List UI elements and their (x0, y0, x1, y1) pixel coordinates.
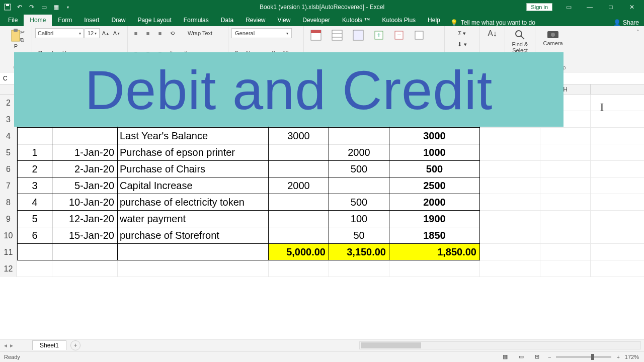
cell[interactable] (329, 128, 389, 144)
tab-file[interactable]: File (2, 15, 24, 26)
tab-kutools-[interactable]: Kutools ™ (336, 15, 376, 26)
cell[interactable]: 500 (329, 194, 389, 211)
tab-kutools-plus[interactable]: Kutools Plus (376, 15, 422, 26)
find-select-button[interactable]: Find & Select (509, 28, 531, 54)
collapse-ribbon-icon[interactable]: ˄ (634, 28, 642, 36)
cell[interactable]: 500 (389, 161, 480, 177)
cell[interactable]: 2-Jan-20 (52, 161, 118, 177)
cell[interactable] (480, 194, 540, 211)
cell[interactable]: 3 (17, 177, 52, 194)
cell[interactable]: 5,000.00 (269, 244, 329, 260)
cell[interactable]: Purchase of epson printer (118, 144, 269, 161)
cell[interactable]: 2500 (389, 177, 480, 194)
align-top-icon[interactable]: ≡ (131, 28, 141, 38)
cell[interactable]: water payment (118, 211, 269, 227)
page-break-view-icon[interactable]: ⊞ (532, 353, 543, 361)
sheet-nav-prev-icon[interactable]: ◂ (4, 342, 7, 349)
cell[interactable] (389, 260, 480, 277)
cell[interactable]: 5 (17, 211, 52, 227)
cell[interactable] (480, 144, 540, 161)
row-header[interactable]: 11 (0, 244, 17, 260)
cell[interactable] (480, 177, 540, 194)
ribbon-options-icon[interactable]: ▭ (558, 1, 579, 13)
cell[interactable]: 3000 (389, 128, 480, 144)
cell[interactable] (269, 227, 329, 244)
font-size-combo[interactable]: 12▾ (85, 28, 100, 38)
copy-icon[interactable]: ⧉ (20, 37, 25, 43)
sort-filter-button[interactable]: A↓ (485, 28, 500, 39)
row-header[interactable]: 9 (0, 211, 17, 227)
cell[interactable]: 15-Jan-20 (52, 227, 118, 244)
cell[interactable]: 1-Jan-20 (52, 144, 118, 161)
sheet-tab[interactable]: Sheet1 (32, 340, 66, 350)
row-header[interactable]: 5 (0, 144, 17, 161)
tab-home[interactable]: Home (24, 15, 52, 26)
cell[interactable] (269, 144, 329, 161)
cell[interactable] (480, 260, 540, 277)
increase-font-icon[interactable]: A▲ (101, 28, 111, 38)
cell[interactable] (118, 260, 269, 277)
cell[interactable]: 2000 (329, 144, 389, 161)
row-header[interactable]: 7 (0, 177, 17, 194)
number-format-combo[interactable]: General▾ (231, 28, 292, 38)
cell[interactable]: 2000 (269, 177, 329, 194)
cell[interactable] (52, 128, 118, 144)
cell[interactable] (540, 128, 591, 144)
row-header[interactable]: 10 (0, 227, 17, 244)
tab-view[interactable]: View (272, 15, 297, 26)
zoom-out-icon[interactable]: − (548, 354, 551, 360)
page-layout-view-icon[interactable]: ▭ (516, 353, 527, 361)
qat-icon-2[interactable]: ▦ (51, 3, 60, 12)
sheet-nav-next-icon[interactable]: ▸ (10, 342, 13, 349)
cell[interactable] (17, 244, 52, 260)
tab-help[interactable]: Help (422, 15, 446, 26)
decrease-font-icon[interactable]: A▼ (112, 28, 122, 38)
cell[interactable] (52, 244, 118, 260)
cell[interactable] (17, 260, 52, 277)
tellme-input[interactable]: Tell me what you want to do (461, 19, 535, 26)
signin-button[interactable]: Sign in (526, 3, 552, 11)
add-sheet-button[interactable]: + (70, 340, 80, 350)
cell[interactable]: 1,850.00 (389, 244, 480, 260)
cell[interactable] (269, 161, 329, 177)
wrap-text-button[interactable]: Wrap Text (185, 28, 215, 38)
zoom-in-icon[interactable]: + (616, 354, 619, 360)
cell[interactable]: 6 (17, 227, 52, 244)
save-icon[interactable] (3, 3, 12, 12)
cell[interactable]: purchase of electricity token (118, 194, 269, 211)
row-header[interactable]: 6 (0, 161, 17, 177)
cell[interactable] (540, 244, 591, 260)
format-table-button[interactable] (328, 28, 346, 42)
cell[interactable] (540, 260, 591, 277)
cell[interactable] (17, 128, 52, 144)
tab-data[interactable]: Data (215, 15, 239, 26)
cell[interactable] (540, 161, 591, 177)
cell[interactable] (540, 227, 591, 244)
cell[interactable]: 1 (17, 144, 52, 161)
cell[interactable] (480, 128, 540, 144)
tab-draw[interactable]: Draw (105, 15, 131, 26)
cell-styles-button[interactable] (349, 28, 367, 42)
cell[interactable] (540, 144, 591, 161)
cell[interactable] (480, 161, 540, 177)
minimize-icon[interactable]: — (580, 1, 600, 13)
cell[interactable] (269, 211, 329, 227)
tab-form[interactable]: Form (52, 15, 78, 26)
font-name-combo[interactable]: Calibri▾ (35, 28, 84, 38)
tab-developer[interactable]: Developer (296, 15, 336, 26)
row-header[interactable]: 4 (0, 128, 17, 144)
qat-dropdown-icon[interactable]: ▾ (63, 3, 72, 12)
cell[interactable] (269, 260, 329, 277)
cell[interactable] (118, 244, 269, 260)
row-header[interactable]: 8 (0, 194, 17, 211)
cell[interactable] (480, 227, 540, 244)
cell[interactable]: 5-Jan-20 (52, 177, 118, 194)
cell[interactable]: 3,150.00 (329, 244, 389, 260)
paste-label[interactable]: P (14, 43, 18, 49)
normal-view-icon[interactable]: ▦ (500, 353, 511, 361)
cell[interactable]: Capital Increase (118, 177, 269, 194)
cell[interactable]: 500 (329, 161, 389, 177)
cell[interactable] (329, 177, 389, 194)
format-cells-button[interactable] (411, 28, 428, 42)
conditional-formatting-button[interactable] (307, 28, 325, 42)
